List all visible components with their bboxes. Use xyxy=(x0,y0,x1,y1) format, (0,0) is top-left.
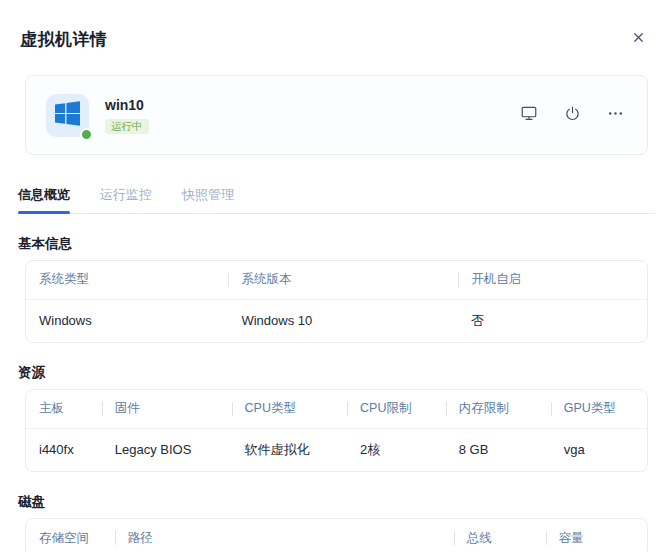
col-cpu-limit: CPU限制 xyxy=(347,390,446,428)
section-title-basic-info: 基本信息 xyxy=(18,235,672,253)
cell-autostart: 否 xyxy=(458,299,647,342)
table-row: i440fx Legacy BIOS 软件虚拟化 2核 8 GB vga xyxy=(26,428,647,471)
col-gpu-type: GPU类型 xyxy=(551,390,647,428)
cell-gpu-type: vga xyxy=(551,428,647,471)
col-system-version: 系统版本 xyxy=(228,261,458,299)
col-system-type: 系统类型 xyxy=(26,261,228,299)
vm-actions xyxy=(519,105,625,125)
cell-firmware: Legacy BIOS xyxy=(102,428,232,471)
vm-summary-card: win10 运行中 xyxy=(25,75,648,155)
dialog-header: 虚拟机详情 xyxy=(0,0,672,51)
cell-motherboard: i440fx xyxy=(26,428,102,471)
vm-info: win10 运行中 xyxy=(105,97,149,134)
running-status-dot xyxy=(80,128,93,141)
tab-snapshot-management[interactable]: 快照管理 xyxy=(182,186,234,213)
close-button[interactable] xyxy=(628,30,648,50)
cell-system-version: Windows 10 xyxy=(228,299,458,342)
basic-info-table: 系统类型 系统版本 开机自启 Windows Windows 10 否 xyxy=(25,260,648,343)
col-firmware: 固件 xyxy=(102,390,232,428)
col-bus: 总线 xyxy=(454,519,546,552)
close-icon xyxy=(631,30,646,49)
col-storage-space: 存储空间 xyxy=(26,519,115,552)
status-badge: 运行中 xyxy=(105,119,149,134)
disks-table: 存储空间 路径 总线 容量 xyxy=(25,518,648,552)
tab-run-monitoring[interactable]: 运行监控 xyxy=(100,186,152,213)
power-button[interactable] xyxy=(562,105,582,125)
vm-details-dialog: 虚拟机详情 xyxy=(0,0,672,552)
tab-bar: 信息概览 运行监控 快照管理 xyxy=(18,186,655,214)
resources-table: 主板 固件 CPU类型 CPU限制 内存限制 GPU类型 i440fx Lega… xyxy=(25,389,648,472)
power-icon xyxy=(564,105,581,126)
dialog-title: 虚拟机详情 xyxy=(20,28,108,51)
col-capacity: 容量 xyxy=(546,519,647,552)
table-header-row: 存储空间 路径 总线 容量 xyxy=(26,519,647,552)
cell-memory-limit: 8 GB xyxy=(446,428,551,471)
cell-system-type: Windows xyxy=(26,299,228,342)
section-title-resources: 资源 xyxy=(18,364,672,382)
cell-cpu-type: 软件虚拟化 xyxy=(232,428,348,471)
table-header-row: 系统类型 系统版本 开机自启 xyxy=(26,261,647,299)
col-cpu-type: CPU类型 xyxy=(232,390,348,428)
tab-info-overview[interactable]: 信息概览 xyxy=(18,186,70,213)
col-memory-limit: 内存限制 xyxy=(446,390,551,428)
vm-name: win10 xyxy=(105,97,149,113)
console-button[interactable] xyxy=(519,105,539,125)
more-button[interactable] xyxy=(605,105,625,125)
ellipsis-icon xyxy=(607,105,624,126)
cell-cpu-limit: 2核 xyxy=(347,428,446,471)
section-title-disks: 磁盘 xyxy=(18,493,672,511)
table-row: Windows Windows 10 否 xyxy=(26,299,647,342)
windows-logo-icon xyxy=(55,101,80,130)
col-path: 路径 xyxy=(115,519,454,552)
col-motherboard: 主板 xyxy=(26,390,102,428)
monitor-icon xyxy=(520,104,538,126)
col-autostart: 开机自启 xyxy=(458,261,647,299)
table-header-row: 主板 固件 CPU类型 CPU限制 内存限制 GPU类型 xyxy=(26,390,647,428)
os-avatar xyxy=(46,94,89,137)
